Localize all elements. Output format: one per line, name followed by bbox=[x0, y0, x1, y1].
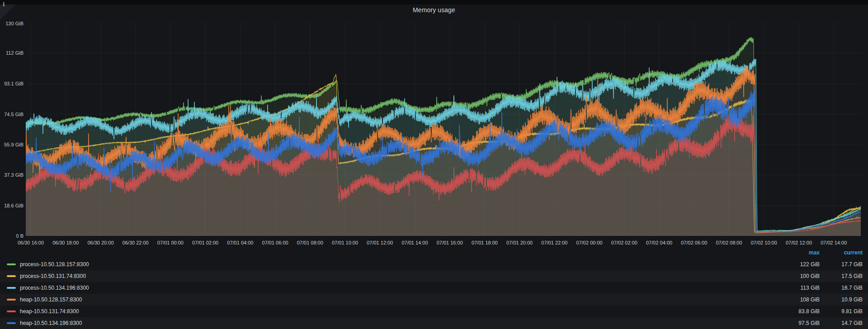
legend-series-label[interactable]: process-10.50.134.196:8300 bbox=[20, 285, 89, 291]
y-axis-tick-label: 37.3 GiB bbox=[0, 172, 24, 178]
legend-row: heap-10.50.131.74:830083.8 GiB9.81 GiB bbox=[0, 306, 868, 317]
legend-header-max[interactable]: max bbox=[779, 249, 820, 256]
legend-row: heap-10.50.128.157:8300108 GiB10.9 GiB bbox=[0, 294, 868, 306]
timeseries-chart[interactable] bbox=[26, 24, 862, 236]
legend-series-label[interactable]: process-10.50.128.157:8300 bbox=[20, 261, 89, 268]
y-axis-tick-label: 112 GiB bbox=[0, 50, 24, 56]
legend-row: process-10.50.134.196:8300113 GiB16.7 Gi… bbox=[0, 282, 868, 294]
legend-series-current-value: 17.5 GiB bbox=[820, 273, 863, 279]
legend-series-max-value: 100 GiB bbox=[779, 273, 820, 279]
dashboard-background-strip bbox=[0, 0, 868, 5]
legend-row: process-10.50.131.74:8300100 GiB17.5 GiB bbox=[0, 270, 868, 282]
legend-header-current[interactable]: current bbox=[820, 249, 863, 256]
y-axis-tick-label: 93.1 GiB bbox=[0, 80, 24, 87]
legend-series-swatch[interactable] bbox=[7, 322, 16, 324]
legend-row: process-10.50.128.157:8300122 GiB17.7 Gi… bbox=[0, 258, 868, 270]
legend-series-swatch[interactable] bbox=[7, 310, 16, 312]
memory-usage-panel: Memory usage i 130 GiB112 GiB93.1 GiB74.… bbox=[0, 0, 868, 329]
legend-series-current-value: 17.7 GiB bbox=[820, 261, 863, 268]
legend-series-current-value: 9.81 GiB bbox=[820, 308, 863, 315]
legend-series-swatch[interactable] bbox=[7, 299, 16, 301]
legend-series-label[interactable]: heap-10.50.134.196:8300 bbox=[20, 320, 82, 326]
legend-series-swatch[interactable] bbox=[7, 263, 16, 265]
y-axis-tick-label: 74.5 GiB bbox=[0, 111, 24, 118]
legend-series-current-value: 14.7 GiB bbox=[820, 320, 863, 326]
panel-header: Memory usage bbox=[0, 5, 868, 15]
legend-series-max-value: 122 GiB bbox=[779, 261, 820, 268]
legend-series-max-value: 108 GiB bbox=[779, 296, 820, 303]
y-axis-tick-label: 55.9 GiB bbox=[0, 141, 24, 148]
legend-table: max current process-10.50.128.157:830012… bbox=[0, 247, 868, 329]
y-axis-tick-label: 18.6 GiB bbox=[0, 202, 24, 209]
legend-series-swatch[interactable] bbox=[7, 287, 16, 289]
legend-header-row: max current bbox=[0, 247, 868, 258]
legend-series-current-value: 10.9 GiB bbox=[820, 296, 863, 303]
legend-series-max-value: 113 GiB bbox=[779, 285, 820, 291]
legend-row: heap-10.50.134.196:830097.5 GiB14.7 GiB bbox=[0, 317, 868, 329]
legend-series-max-value: 97.5 GiB bbox=[779, 320, 820, 326]
chart-plot-area[interactable] bbox=[26, 24, 862, 236]
x-axis-tick-label: 07/02 14:00 bbox=[813, 240, 854, 246]
legend-series-current-value: 16.7 GiB bbox=[820, 285, 863, 291]
legend-series-label[interactable]: heap-10.50.128.157:8300 bbox=[20, 296, 82, 303]
legend-series-swatch[interactable] bbox=[7, 275, 16, 277]
panel-title[interactable]: Memory usage bbox=[413, 6, 455, 14]
legend-series-label[interactable]: heap-10.50.131.74:8300 bbox=[20, 308, 79, 315]
info-icon: i bbox=[3, 1, 5, 8]
legend-series-max-value: 83.8 GiB bbox=[779, 308, 820, 315]
legend-rows: process-10.50.128.157:8300122 GiB17.7 Gi… bbox=[0, 258, 868, 329]
y-axis-tick-label: 130 GiB bbox=[0, 20, 24, 27]
y-axis-tick-label: 0 B bbox=[0, 233, 24, 239]
legend-series-label[interactable]: process-10.50.131.74:8300 bbox=[20, 273, 86, 279]
